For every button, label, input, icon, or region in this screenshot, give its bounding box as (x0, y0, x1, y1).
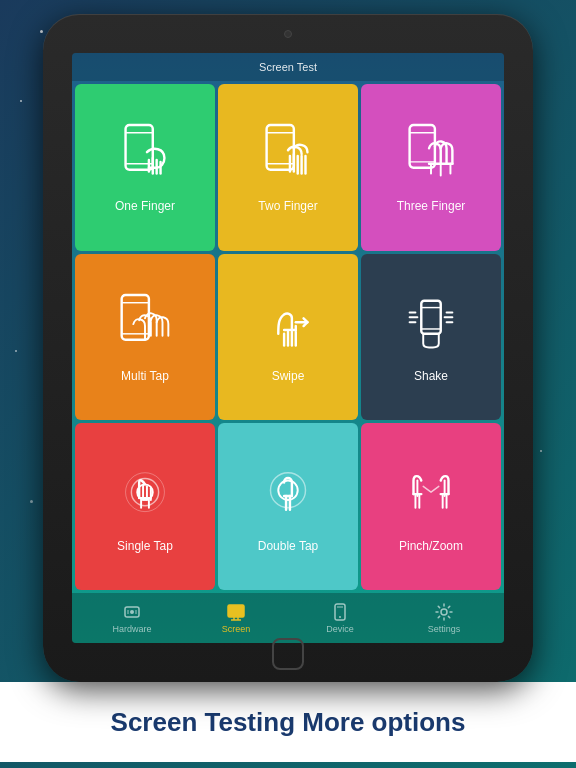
tablet-screen: Screen Test One Finger (72, 53, 504, 643)
screen-header: Screen Test (72, 53, 504, 81)
multi-tap-label: Multi Tap (121, 369, 169, 383)
svg-point-21 (130, 610, 134, 614)
tablet-frame: Screen Test One Finger (43, 14, 533, 682)
tab-hardware[interactable]: Hardware (97, 602, 167, 634)
grid-item-pinch-zoom[interactable]: Pinch/Zoom (361, 423, 501, 590)
swipe-label: Swipe (272, 369, 305, 383)
grid-item-swipe[interactable]: Swipe (218, 254, 358, 421)
screen-tab-icon (226, 602, 246, 622)
grid-item-shake[interactable]: Shake (361, 254, 501, 421)
screen-title: Screen Test (259, 61, 317, 73)
grid-item-double-tap[interactable]: Double Tap (218, 423, 358, 590)
double-tap-label: Double Tap (258, 539, 319, 553)
tab-screen[interactable]: Screen (201, 602, 271, 634)
shake-icon (401, 293, 461, 363)
shake-label: Shake (414, 369, 448, 383)
grid-item-single-tap[interactable]: Single Tap (75, 423, 215, 590)
single-tap-label: Single Tap (117, 539, 173, 553)
tab-device[interactable]: Device (305, 602, 375, 634)
hardware-icon (122, 602, 142, 622)
tab-settings-label: Settings (428, 624, 461, 634)
two-finger-label: Two Finger (258, 199, 317, 213)
multi-tap-icon (115, 293, 175, 363)
two-finger-icon (258, 123, 318, 193)
three-finger-label: Three Finger (397, 199, 466, 213)
settings-icon (434, 602, 454, 622)
one-finger-label: One Finger (115, 199, 175, 213)
bottom-banner-text: Screen Testing More options (111, 707, 466, 738)
svg-rect-24 (228, 605, 244, 617)
double-tap-icon (258, 463, 318, 533)
tablet-camera (284, 30, 292, 38)
grid-item-two-finger[interactable]: Two Finger (218, 84, 358, 251)
one-finger-icon (115, 123, 175, 193)
tab-settings[interactable]: Settings (409, 602, 479, 634)
tab-screen-label: Screen (222, 624, 251, 634)
three-finger-icon (401, 123, 461, 193)
grid-item-one-finger[interactable]: One Finger (75, 84, 215, 251)
pinch-zoom-label: Pinch/Zoom (399, 539, 463, 553)
tab-bar: Hardware Screen Device (72, 593, 504, 643)
bottom-banner: Screen Testing More options (0, 682, 576, 762)
swipe-icon (258, 293, 318, 363)
tab-device-label: Device (326, 624, 354, 634)
svg-point-31 (441, 609, 447, 615)
device-icon (330, 602, 350, 622)
tablet-home-button[interactable] (272, 638, 304, 670)
tab-hardware-label: Hardware (112, 624, 151, 634)
single-tap-icon (115, 463, 175, 533)
gesture-grid: One Finger Two Finger (72, 81, 504, 593)
pinch-zoom-icon (401, 463, 461, 533)
grid-item-multi-tap[interactable]: Multi Tap (75, 254, 215, 421)
grid-item-three-finger[interactable]: Three Finger (361, 84, 501, 251)
svg-point-29 (339, 616, 341, 618)
